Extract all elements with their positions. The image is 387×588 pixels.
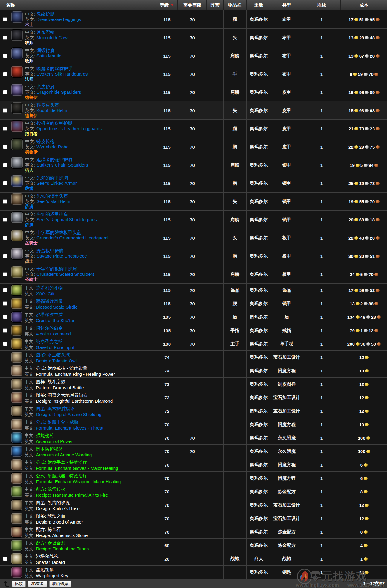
column-header-7[interactable]: 堆栈 — [302, 0, 341, 10]
item-name-zh-link[interactable]: 强能秘药 — [36, 433, 54, 438]
item-name-zh-link[interactable]: 野蛮板甲护胸 — [36, 248, 63, 253]
item-icon[interactable] — [11, 47, 23, 59]
item-name-en-link[interactable]: Design: Blood of Amber — [36, 519, 83, 524]
item-name-zh-link[interactable]: 图鉴: 凯蕾的玫瑰 — [36, 500, 70, 505]
item-icon[interactable] — [11, 365, 22, 376]
item-name-en-link[interactable]: Seer's Mail Helm — [36, 199, 70, 204]
item-icon[interactable] — [11, 567, 22, 578]
column-header-6[interactable]: 类型 — [271, 0, 302, 10]
item-name-zh-link[interactable]: 月布兜帽 — [36, 30, 54, 35]
item-icon[interactable] — [11, 338, 22, 350]
row-checkbox[interactable] — [3, 54, 7, 58]
item-icon[interactable] — [11, 419, 22, 430]
item-name-en-link[interactable]: Sha'tar Tabard — [36, 560, 65, 565]
item-name-zh-link[interactable]: 十字军的雕饰板甲头盔 — [36, 230, 81, 235]
item-icon[interactable] — [11, 446, 22, 457]
item-icon[interactable] — [11, 193, 23, 205]
item-name-en-link[interactable]: Recipe: Transmute Primal Air to Fire — [36, 492, 108, 498]
item-name-zh-link[interactable]: 蟒皮长袍 — [36, 139, 54, 144]
item-icon[interactable] — [11, 526, 22, 538]
row-checkbox[interactable] — [3, 90, 7, 94]
row-checkbox[interactable] — [3, 17, 7, 21]
item-name-zh-link[interactable]: 配方: 源气转火 — [36, 487, 65, 492]
item-name-zh-link[interactable]: 唤魔者的丝质护手 — [36, 66, 72, 71]
item-name-en-link[interactable]: Wyrmhide Robe — [36, 144, 68, 149]
item-name-zh-link[interactable]: 投机者的皮甲护腿 — [36, 121, 72, 126]
item-icon[interactable] — [11, 298, 22, 309]
column-header-5[interactable]: 来源 — [247, 0, 271, 10]
item-name-zh-link[interactable]: 赐福鳞片束带 — [36, 298, 63, 304]
item-icon[interactable] — [11, 472, 22, 484]
item-name-zh-link[interactable]: 沙塔尔战袍 — [36, 554, 58, 559]
item-name-zh-link[interactable]: 星船钥匙 — [36, 567, 54, 572]
row-checkbox[interactable] — [3, 127, 7, 131]
item-name-en-link[interactable]: Recipe: Alchemist's Stone — [36, 533, 88, 538]
item-name-en-link[interactable]: Seer's Linked Armor — [36, 181, 77, 186]
item-name-en-link[interactable]: Design: Ring of Arcane Shielding — [36, 412, 101, 417]
row-checkbox[interactable] — [3, 163, 7, 167]
row-checkbox[interactable] — [3, 72, 7, 76]
item-name-en-link[interactable]: Formula: Enchant Gloves - Major Healing — [36, 466, 118, 471]
item-name-zh-link[interactable]: 鬼纹护腿 — [36, 11, 54, 16]
item-icon[interactable] — [11, 11, 23, 23]
column-header-8[interactable]: 成本 — [341, 0, 387, 10]
row-checkbox[interactable] — [3, 108, 7, 113]
item-name-zh-link[interactable]: 阿达尔的命令 — [36, 325, 63, 330]
item-name-zh-link[interactable]: 克希利的礼物 — [36, 285, 63, 290]
item-name-en-link[interactable]: A'dal's Command — [36, 331, 71, 336]
item-name-zh-link[interactable]: 公式: 附魔戒指 - 治疗能量 — [36, 366, 87, 371]
item-name-en-link[interactable]: Kodohide Helm — [36, 108, 67, 113]
row-checkbox[interactable] — [3, 36, 7, 40]
item-icon[interactable] — [11, 230, 23, 241]
item-name-en-link[interactable]: Seer's Ringmail Shoulderpads — [36, 217, 97, 222]
item-name-en-link[interactable]: Savage Plate Chestpiece — [36, 253, 87, 258]
item-name-zh-link[interactable]: 先知的锁甲头盔 — [36, 193, 68, 198]
item-name-en-link[interactable]: Evoker's Silk Handguards — [36, 71, 88, 76]
item-name-zh-link[interactable]: 奥术防护秘药 — [36, 446, 63, 451]
item-name-en-link[interactable]: Stalker's Chain Spaulders — [36, 162, 88, 167]
row-checkbox[interactable] — [3, 236, 7, 240]
item-name-en-link[interactable]: Crusader's Ornamented Headguard — [36, 235, 108, 240]
item-icon[interactable] — [11, 66, 23, 78]
item-name-zh-link[interactable]: 追猎者的链甲护肩 — [36, 157, 72, 162]
item-name-zh-link[interactable]: 图样: 战斗之鼓 — [36, 379, 65, 384]
item-name-en-link[interactable]: Crest of the Sha'tar — [36, 318, 74, 323]
item-icon[interactable] — [11, 266, 23, 278]
item-icon[interactable] — [11, 102, 23, 114]
item-icon[interactable] — [11, 513, 22, 524]
item-icon[interactable] — [11, 211, 23, 223]
item-name-en-link[interactable]: Arcanum of Power — [36, 439, 73, 444]
item-name-zh-link[interactable]: 先知的鳞甲护胸 — [36, 175, 68, 180]
row-checkbox[interactable] — [3, 557, 7, 561]
item-name-zh-link[interactable]: 十字军的板鳞甲护肩 — [36, 266, 77, 271]
item-name-zh-link[interactable]: 先知的环甲护肩 — [36, 212, 68, 217]
item-icon[interactable] — [11, 284, 22, 296]
item-icon[interactable] — [11, 432, 22, 444]
item-icon[interactable] — [11, 553, 22, 564]
item-icon[interactable] — [11, 120, 23, 132]
column-header-1[interactable]: 等级 — [156, 0, 178, 10]
item-icon[interactable] — [11, 248, 23, 260]
row-checkbox[interactable] — [3, 181, 7, 185]
item-icon[interactable] — [11, 459, 22, 470]
item-name-zh-link[interactable]: 公式: 附魔手套 - 特效治疗 — [36, 460, 87, 465]
item-name-en-link[interactable]: Formula: Enchant Ring - Healing Power — [36, 372, 115, 377]
item-icon[interactable] — [11, 405, 22, 417]
item-icon[interactable] — [11, 392, 22, 403]
row-checkbox[interactable] — [3, 254, 7, 258]
row-checkbox[interactable] — [3, 272, 7, 276]
item-name-zh-link[interactable]: 绸缎衬肩 — [36, 48, 54, 53]
item-icon[interactable] — [11, 486, 22, 497]
item-name-zh-link[interactable]: 图鉴: 奥术护盾指环 — [36, 406, 74, 411]
item-name-zh-link[interactable]: 图鉴: 洞察之大地风暴钻石 — [36, 392, 88, 398]
item-name-en-link[interactable]: Design: Kailee's Rose — [36, 506, 79, 511]
row-checkbox[interactable] — [3, 218, 7, 222]
row-checkbox[interactable] — [3, 301, 7, 306]
item-icon[interactable] — [11, 352, 22, 363]
view-3d-button[interactable]: 3D查看 — [28, 581, 47, 587]
row-checkbox[interactable] — [3, 199, 7, 204]
column-header-2[interactable]: 需要等级 — [178, 0, 207, 10]
item-icon[interactable] — [11, 175, 23, 187]
item-name-en-link[interactable]: Mooncloth Cowl — [36, 35, 68, 40]
item-name-en-link[interactable]: Blessed Scale Girdle — [36, 304, 77, 310]
